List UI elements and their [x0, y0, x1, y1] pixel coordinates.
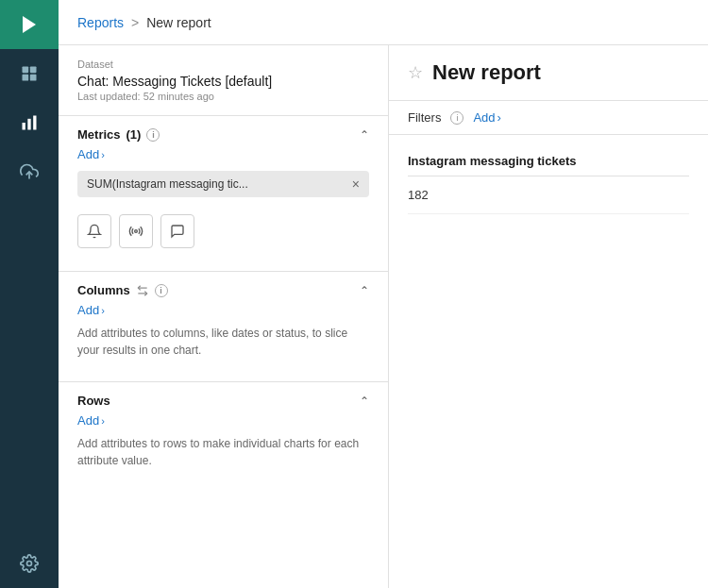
svg-rect-7	[33, 116, 36, 130]
filters-add-label: Add	[473, 110, 495, 125]
columns-section: Columns i ⌃ Add › Add attributes to colu…	[59, 272, 388, 382]
metric-chip-remove-button[interactable]: ×	[352, 176, 360, 192]
svg-marker-0	[23, 16, 36, 33]
dataset-label: Dataset	[77, 59, 369, 70]
left-panel: Dataset Chat: Messaging Tickets [default…	[59, 45, 389, 588]
radio-icon	[128, 224, 143, 239]
upload-icon	[20, 162, 39, 181]
right-panel: ☆ New report Filters i Add › Instagram m…	[389, 45, 708, 588]
rows-add-label: Add	[77, 413, 99, 428]
metric-chip-text: SUM(Instagram messaging tic...	[87, 177, 248, 191]
metrics-header: Metrics (1) i ⌃	[59, 116, 388, 142]
data-area: Instagram messaging tickets 182	[389, 135, 708, 588]
play-icon	[18, 13, 41, 36]
columns-sort-icon	[136, 284, 149, 297]
grid-icon	[20, 64, 39, 83]
dataset-section: Dataset Chat: Messaging Tickets [default…	[59, 45, 388, 116]
chart-type-radio-button[interactable]	[119, 214, 153, 248]
metrics-info-icon[interactable]: i	[146, 128, 160, 142]
star-icon[interactable]: ☆	[408, 62, 423, 83]
bell-icon	[87, 224, 102, 239]
rows-add-arrow-icon: ›	[101, 415, 105, 427]
metrics-add-arrow-icon: ›	[101, 149, 105, 160]
metrics-add-label: Add	[77, 147, 99, 161]
filters-add-link[interactable]: Add ›	[473, 110, 500, 125]
rows-description: Add attributes to rows to make individua…	[59, 428, 388, 477]
sidebar-item-settings[interactable]	[0, 539, 59, 588]
svg-rect-6	[27, 119, 30, 130]
chart-type-bell-button[interactable]	[77, 214, 111, 248]
sidebar-item-dashboard[interactable]	[0, 49, 59, 98]
report-header: ☆ New report	[389, 45, 708, 101]
breadcrumb-separator: >	[131, 15, 139, 30]
rows-chevron-icon[interactable]: ⌃	[360, 395, 369, 408]
columns-add-label: Add	[77, 303, 99, 317]
filters-label: Filters	[408, 110, 441, 125]
breadcrumb-current: New report	[146, 15, 211, 30]
logo[interactable]	[0, 0, 59, 49]
columns-chevron-icon[interactable]: ⌃	[360, 284, 369, 297]
svg-point-10	[135, 230, 138, 233]
metric-chip: SUM(Instagram messaging tic... ×	[77, 171, 369, 197]
chart-type-icons	[59, 207, 388, 256]
svg-rect-2	[30, 67, 37, 74]
breadcrumb-reports-link[interactable]: Reports	[77, 15, 124, 30]
rows-header: Rows ⌃	[59, 382, 388, 408]
chat-icon	[170, 224, 185, 239]
columns-info-icon[interactable]: i	[155, 284, 168, 297]
content-area: Dataset Chat: Messaging Tickets [default…	[59, 45, 708, 588]
chart-type-chat-button[interactable]	[160, 214, 194, 248]
gear-icon	[20, 554, 39, 573]
sidebar	[0, 0, 59, 588]
table-row: 182	[408, 176, 689, 214]
filters-info-icon[interactable]: i	[450, 111, 464, 125]
svg-rect-3	[23, 75, 29, 81]
chart-icon	[20, 113, 39, 132]
columns-title: Columns i	[77, 283, 168, 297]
table-cell-value: 182	[408, 176, 689, 214]
main-content: Reports > New report Dataset Chat: Messa…	[59, 0, 708, 588]
rows-label: Rows	[77, 394, 110, 408]
rows-add-link[interactable]: Add ›	[59, 408, 388, 428]
metrics-section: Metrics (1) i ⌃ Add › SUM(Instagram mess…	[59, 116, 388, 272]
data-table: Instagram messaging tickets 182	[408, 154, 689, 214]
columns-add-link[interactable]: Add ›	[59, 297, 388, 317]
breadcrumb: Reports > New report	[59, 0, 708, 45]
table-header-metric: Instagram messaging tickets	[408, 154, 689, 176]
filters-add-arrow-icon: ›	[497, 110, 501, 125]
metrics-count: (1)	[126, 127, 142, 142]
metrics-chevron-icon[interactable]: ⌃	[360, 128, 369, 142]
svg-rect-4	[30, 75, 37, 81]
rows-section: Rows ⌃ Add › Add attributes to rows to m…	[59, 382, 388, 492]
svg-rect-1	[23, 67, 29, 74]
metrics-title: Metrics (1) i	[77, 127, 160, 142]
sidebar-item-upload[interactable]	[0, 147, 59, 196]
rows-title: Rows	[77, 394, 110, 408]
dataset-name[interactable]: Chat: Messaging Tickets [default]	[77, 74, 369, 89]
columns-header: Columns i ⌃	[59, 272, 388, 297]
sidebar-item-reports[interactable]	[0, 98, 59, 147]
columns-label: Columns	[77, 283, 130, 297]
columns-description: Add attributes to columns, like dates or…	[59, 317, 388, 366]
dataset-updated: Last updated: 52 minutes ago	[77, 91, 369, 102]
svg-rect-5	[23, 123, 25, 130]
svg-point-9	[27, 562, 32, 566]
metrics-label: Metrics	[77, 127, 121, 142]
columns-add-arrow-icon: ›	[101, 305, 105, 316]
metrics-add-link[interactable]: Add ›	[59, 142, 388, 161]
report-title: New report	[432, 60, 541, 85]
filters-bar: Filters i Add ›	[389, 101, 708, 135]
